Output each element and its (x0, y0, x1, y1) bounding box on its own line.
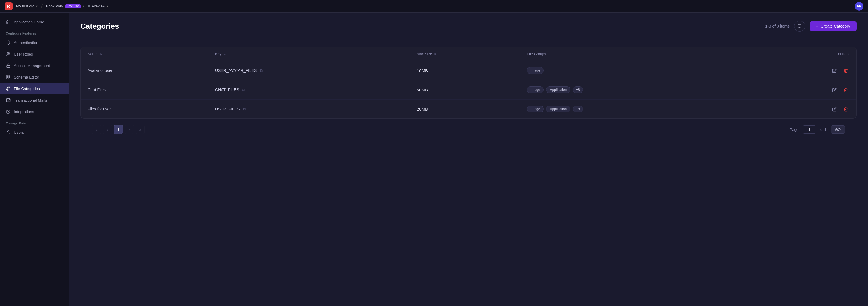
sidebar-item-users[interactable]: Users (0, 127, 69, 138)
sidebar-item-user-roles[interactable]: User Roles (0, 48, 69, 60)
user-icon (6, 130, 11, 135)
row2-controls (750, 80, 856, 100)
copy-icon[interactable]: ⧉ (243, 107, 246, 112)
sidebar-item-access-management[interactable]: Access Management (0, 60, 69, 71)
pagination-page-button[interactable]: 1 (114, 125, 123, 134)
avatar[interactable]: EP (855, 2, 863, 11)
edit-icon (832, 107, 837, 112)
table-container: Name ⇅ Key ⇅ (69, 40, 868, 306)
plug-icon (6, 109, 11, 114)
pagination-next-button[interactable]: › (125, 125, 134, 134)
row3-controls (750, 100, 856, 119)
sidebar-item-application-home[interactable]: Application Home (0, 16, 69, 28)
org-name: My first org (16, 4, 34, 8)
svg-rect-4 (7, 77, 8, 79)
sidebar-item-integrations[interactable]: Integrations (0, 106, 69, 117)
preview-dot-icon (88, 5, 90, 7)
create-btn-label: Create Category (820, 24, 850, 28)
content-header: Categories 1-3 of 3 items + Create Categ… (69, 13, 868, 40)
delete-button[interactable] (842, 67, 849, 74)
sidebar-label-authentication: Authentication (14, 40, 38, 45)
plan-badge: Free Plan (65, 4, 81, 8)
svg-point-8 (798, 24, 801, 28)
sidebar-label-access-management: Access Management (14, 63, 50, 68)
grid-icon (6, 75, 11, 80)
svg-line-6 (8, 110, 10, 112)
row1-controls (750, 61, 856, 80)
col-max-size: Max Size ⇅ (410, 47, 520, 61)
org-switcher[interactable]: My first org ▾ (16, 4, 38, 8)
create-btn-plus: + (816, 24, 818, 28)
edit-button[interactable] (831, 67, 838, 74)
col-key: Key ⇅ (208, 47, 410, 61)
of-label: of 1 (820, 128, 827, 132)
preview-label: Preview (92, 4, 105, 8)
svg-point-0 (7, 52, 8, 54)
row2-key: CHAT_FILES ⧉ (208, 80, 410, 100)
group-tag: Image (527, 106, 544, 112)
lock-icon (6, 63, 11, 68)
page-title: Categories (81, 22, 765, 31)
app-name: BookStory (46, 4, 63, 8)
group-tag: Application (546, 86, 570, 93)
sidebar-label-transactional-mails: Transactional Mails (14, 98, 47, 102)
row1-key: USER_AVATAR_FILES ⧉ (208, 61, 410, 80)
edit-icon (832, 68, 837, 73)
sidebar-label-application-home: Application Home (14, 20, 44, 24)
pagination-last-button[interactable]: » (135, 125, 145, 134)
pagination-first-button[interactable]: « (92, 125, 101, 134)
page-label: Page (790, 128, 799, 132)
svg-rect-5 (9, 77, 10, 79)
delete-button[interactable] (842, 86, 849, 93)
size-filter-icon[interactable]: ⇅ (434, 52, 436, 56)
group-tag: Image (527, 67, 544, 74)
row3-name: Files for user (81, 100, 208, 119)
go-button[interactable]: GO (831, 126, 845, 134)
row1-groups: Image (520, 61, 750, 80)
name-filter-icon[interactable]: ⇅ (99, 52, 102, 56)
table-row: Avatar of user USER_AVATAR_FILES ⧉ 10MB (81, 61, 856, 80)
sidebar-item-transactional-mails[interactable]: Transactional Mails (0, 94, 69, 106)
copy-icon[interactable]: ⧉ (242, 87, 245, 92)
svg-line-9 (801, 27, 801, 28)
col-controls: Controls (750, 47, 856, 61)
table-row: Files for user USER_FILES ⧉ 20MB (81, 100, 856, 119)
search-button[interactable] (794, 21, 805, 32)
row2-size: 50MB (410, 80, 520, 100)
copy-icon[interactable]: ⧉ (260, 68, 262, 73)
sidebar-label-users: Users (14, 130, 24, 135)
shield-icon (6, 40, 11, 45)
row1-size: 10MB (410, 61, 520, 80)
edit-button[interactable] (831, 86, 838, 93)
table-row: Chat Files CHAT_FILES ⧉ 50MB (81, 80, 856, 100)
key-filter-icon[interactable]: ⇅ (223, 52, 226, 56)
row2-groups: Image Application +8 (520, 80, 750, 100)
row3-size: 20MB (410, 100, 520, 119)
edit-button[interactable] (831, 105, 838, 113)
svg-rect-1 (7, 65, 10, 67)
create-category-button[interactable]: + Create Category (810, 21, 857, 31)
sidebar-item-file-categories[interactable]: File Categories (0, 83, 69, 94)
preview-chevron-icon: ▾ (107, 5, 108, 8)
pagination: « ‹ 1 › » Page of 1 GO (81, 119, 857, 140)
trash-icon (844, 88, 848, 92)
delete-button[interactable] (842, 105, 849, 113)
table-wrapper: Name ⇅ Key ⇅ (81, 47, 857, 119)
sidebar-item-schema-editor[interactable]: Schema Editor (0, 71, 69, 83)
items-count: 1-3 of 3 items (765, 24, 789, 28)
app-switcher[interactable]: BookStory Free Plan ▾ (46, 4, 85, 8)
search-icon (797, 24, 802, 28)
preview-switcher[interactable]: Preview ▾ (88, 4, 108, 8)
row3-key: USER_FILES ⧉ (208, 100, 410, 119)
group-tag: Image (527, 86, 544, 93)
row2-name: Chat Files (81, 80, 208, 100)
sidebar-section-manage: Manage Data (0, 117, 69, 127)
categories-table: Name ⇅ Key ⇅ (81, 47, 856, 118)
pagination-prev-button[interactable]: ‹ (103, 125, 112, 134)
svg-point-7 (7, 131, 9, 132)
sidebar-item-authentication[interactable]: Authentication (0, 37, 69, 48)
main-layout: Application Home Configure Features Auth… (0, 13, 868, 306)
page-number-input[interactable] (803, 126, 816, 134)
header-actions: 1-3 of 3 items + Create Category (765, 21, 857, 32)
app-logo: R (5, 2, 13, 10)
